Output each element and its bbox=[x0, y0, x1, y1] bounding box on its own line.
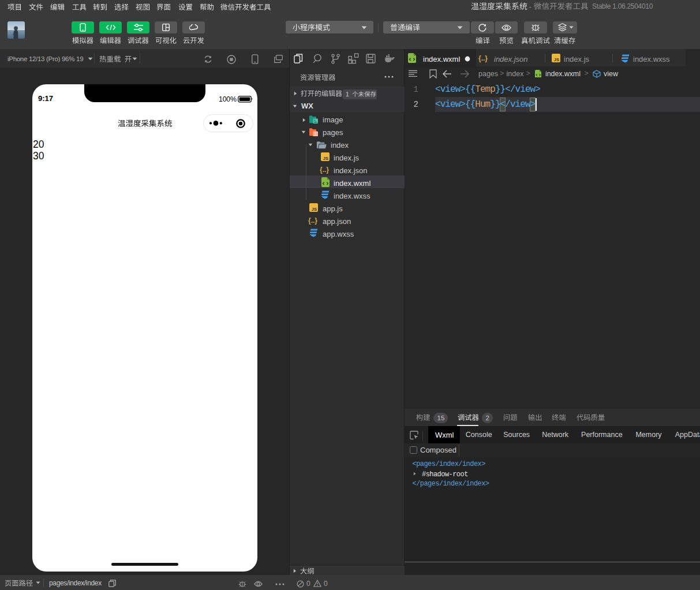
svg-text:JS: JS bbox=[554, 57, 559, 62]
svg-text:JS: JS bbox=[312, 207, 317, 212]
svg-text:JS: JS bbox=[323, 156, 328, 161]
